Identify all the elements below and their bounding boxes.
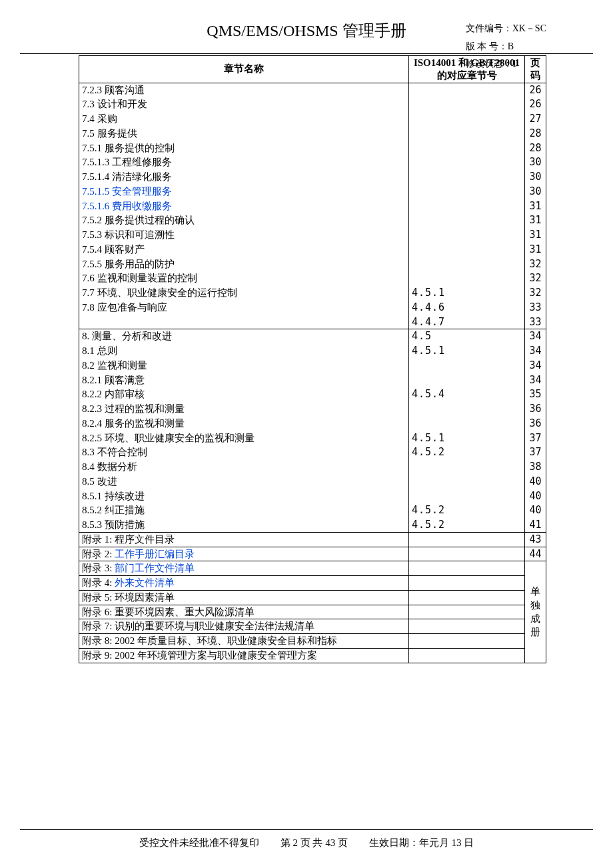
toc-sec (409, 170, 525, 185)
toc-name: 7.5.2 服务提供过程的确认 (79, 213, 409, 228)
toc-row: 7.7 环境、职业健康安全的运行控制4.5.132 (79, 286, 546, 301)
toc-row: 8.2.4 服务的监视和测量36 (79, 416, 546, 431)
toc-page: 27 (525, 112, 546, 127)
toc-row: 7.5.3 标识和可追溯性31 (79, 228, 546, 243)
appendix-row: 附录 1: 程序文件目录43 (79, 532, 546, 547)
toc-sec (409, 155, 525, 170)
appendix-name: 附录 8: 2002 年质量目标、环境、职业健康安全目标和指标 (79, 634, 409, 649)
footer-mid: 第 2 页 共 43 页 (281, 837, 348, 848)
toc-page: 31 (525, 228, 546, 243)
toc-page: 37 (525, 431, 546, 445)
toc-row: 8.5.3 预防措施4.5.241 (79, 518, 546, 533)
toc-sec (409, 126, 525, 141)
toc-name: 7.5.3 标识和可追溯性 (79, 228, 409, 243)
toc-page: 33 (525, 315, 546, 329)
toc-sec (409, 112, 525, 127)
toc-name: 8.1 总则 (79, 344, 409, 359)
toc-sec: 4.4.6 (409, 300, 525, 315)
toc-page: 26 (525, 97, 546, 112)
toc-page: 34 (525, 344, 546, 359)
appendix-row: 附录 5: 环境因素清单 (79, 590, 546, 605)
appendix-row: 附录 4: 外来文件清单 (79, 576, 546, 591)
appendix-row: 附录 2: 工作手册汇编目录44 (79, 547, 546, 561)
page-header: QMS/EMS/OHSMS 管理手册 文件编号：XK－SC 版 本 号：B 修改… (0, 20, 613, 41)
toc-page: 34 (525, 329, 546, 344)
toc-page: 35 (525, 387, 546, 402)
footer-right: 生效日期：年元月 13 日 (369, 837, 474, 848)
appendix-name: 附录 9: 2002 年环境管理方案与职业健康安全管理方案 (79, 648, 409, 663)
appendix-sec (409, 590, 525, 605)
page-footer: 受控文件未经批准不得复印 第 2 页 共 43 页 生效日期：年元月 13 日 (0, 829, 613, 849)
toc-sec (409, 489, 525, 503)
toc-row: 8.2.1 顾客满意34 (79, 373, 546, 387)
toc-sec: 4.5.2 (409, 445, 525, 460)
toc-name: 7.5.1 服务提供的控制 (79, 141, 409, 155)
appendix-row: 附录 3: 部门工作文件清单单 独 成 册 (79, 561, 546, 576)
toc-name: 7.7 环境、职业健康安全的运行控制 (79, 286, 409, 301)
toc-row: 8.3 不符合控制4.5.237 (79, 445, 546, 460)
doc-title: QMS/EMS/OHSMS 管理手册 (153, 20, 460, 41)
toc-page: 41 (525, 518, 546, 533)
appendix-row: 附录 8: 2002 年质量目标、环境、职业健康安全目标和指标 (79, 634, 546, 649)
toc-row: 8.4 数据分析38 (79, 460, 546, 475)
appendix-sec (409, 576, 525, 591)
toc-sec (409, 416, 525, 431)
toc-name: 7.6 监视和测量装置的控制 (79, 271, 409, 286)
toc-sec: 4.5.1 (409, 431, 525, 445)
doc-meta: 文件编号：XK－SC 版 本 号：B 修改状态：1 (466, 20, 546, 73)
appendix-sec (409, 561, 525, 576)
appendix-sec (409, 619, 525, 634)
toc-name: 7.5.1.5 安全管理服务 (79, 184, 409, 199)
toc-row: 7.4 采购27 (79, 112, 546, 127)
toc-name: 8.2.3 过程的监视和测量 (79, 402, 409, 417)
toc-page: 33 (525, 300, 546, 315)
toc-row: 8.2.5 环境、职业健康安全的监视和测量4.5.137 (79, 431, 546, 445)
footer-rule (20, 829, 593, 830)
appendix-name: 附录 4: 外来文件清单 (79, 576, 409, 591)
toc-sec (409, 242, 525, 257)
toc-page: 30 (525, 155, 546, 170)
appendix-name: 附录 2: 工作手册汇编目录 (79, 547, 409, 561)
toc-page: 28 (525, 141, 546, 155)
toc-page: 37 (525, 445, 546, 460)
appendix-row: 附录 7: 识别的重要环境与职业健康安全法律法规清单 (79, 619, 546, 634)
appendix-merged-page: 单 独 成 册 (525, 561, 546, 663)
toc-sec: 4.5.2 (409, 503, 525, 518)
toc-page: 40 (525, 503, 546, 518)
toc-sec (409, 460, 525, 475)
toc-name: 7.5.4 顾客财产 (79, 242, 409, 257)
toc-page: 36 (525, 416, 546, 431)
toc-row: 7.5.1 服务提供的控制28 (79, 141, 546, 155)
appendix-name: 附录 3: 部门工作文件清单 (79, 561, 409, 576)
toc-sec: 4.5 (409, 329, 525, 344)
toc-name: 8.3 不符合控制 (79, 445, 409, 460)
toc-row: 4.4.733 (79, 315, 546, 329)
toc-page: 32 (525, 257, 546, 271)
toc-page: 40 (525, 474, 546, 489)
toc-sec (409, 474, 525, 489)
toc-name: 7.5.1.4 清洁绿化服务 (79, 170, 409, 185)
toc-page: 38 (525, 460, 546, 475)
toc-row: 7.5.2 服务提供过程的确认31 (79, 213, 546, 228)
toc-name: 8. 测量、分析和改进 (79, 329, 409, 344)
appendix-sec (409, 648, 525, 663)
appendix-name: 附录 1: 程序文件目录 (79, 532, 409, 547)
toc-name: 8.2.5 环境、职业健康安全的监视和测量 (79, 431, 409, 445)
toc-sec: 4.5.4 (409, 387, 525, 402)
toc-name: 7.5 服务提供 (79, 126, 409, 141)
toc-row: 7.2.3 顾客沟通26 (79, 83, 546, 97)
toc-row: 7.5.5 服务用品的防护32 (79, 257, 546, 271)
appendix-name: 附录 6: 重要环境因素、重大风险源清单 (79, 605, 409, 619)
toc-page: 30 (525, 170, 546, 185)
toc-row: 7.3 设计和开发26 (79, 97, 546, 112)
toc-sec: 4.4.7 (409, 315, 525, 329)
toc-sec (409, 97, 525, 112)
toc-row: 7.5.1.5 安全管理服务30 (79, 184, 546, 199)
appendix-page: 44 (525, 547, 546, 561)
toc-page: 31 (525, 213, 546, 228)
toc-sec (409, 213, 525, 228)
toc-name: 7.5.1.6 费用收缴服务 (79, 199, 409, 213)
appendix-sec (409, 532, 525, 547)
appendix-row: 附录 6: 重要环境因素、重大风险源清单 (79, 605, 546, 619)
toc-row: 8.2 监视和测量34 (79, 358, 546, 373)
